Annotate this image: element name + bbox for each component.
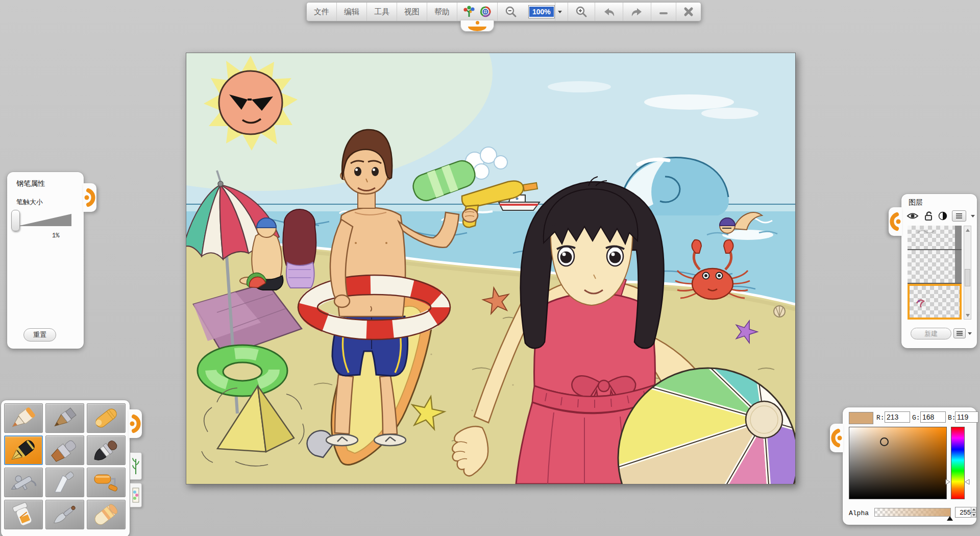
orange-crescent-icon	[890, 210, 901, 233]
layer-thumbnail-2[interactable]	[908, 250, 962, 284]
menu-help[interactable]: 帮助	[427, 3, 457, 21]
alpha-value-input[interactable]	[955, 507, 972, 518]
undo-button[interactable]	[595, 3, 623, 21]
scroll-up-button[interactable]	[964, 226, 971, 234]
zoom-out-button[interactable]	[497, 3, 524, 21]
green-swim-ring	[198, 345, 287, 396]
brush-tool-paint-roller[interactable]	[87, 468, 126, 497]
triangle-down-icon	[972, 514, 975, 516]
blue-value-input[interactable]	[955, 411, 978, 423]
brush-tool-mapping-pen[interactable]	[45, 500, 84, 529]
brush-palette-handle[interactable]	[129, 409, 142, 438]
pen-panel-title: 钢笔属性	[16, 179, 45, 188]
layer-lock-icon[interactable]	[923, 211, 934, 221]
chevron-down-icon	[558, 11, 562, 13]
menu-edit[interactable]: 编辑	[336, 3, 366, 21]
hamburger-menu-icon	[955, 213, 963, 219]
brush-tool-eraser[interactable]	[87, 500, 126, 529]
brush-size-value: 1%	[52, 232, 59, 239]
triangle-up-icon	[972, 508, 975, 510]
brush-tool-paint-jar[interactable]	[4, 500, 43, 529]
reset-button[interactable]: 重置	[23, 328, 56, 342]
beach-scene-illustration	[186, 53, 795, 484]
layer-list	[908, 226, 962, 320]
green-label: G:	[912, 414, 920, 422]
alpha-slider-marker[interactable]	[947, 516, 953, 521]
alpha-increment-button[interactable]	[971, 507, 976, 513]
green-value-input[interactable]	[920, 411, 946, 423]
zoom-level-value[interactable]: 100%	[529, 7, 554, 17]
zoom-in-icon	[575, 6, 587, 18]
brush-tool-flat-brush[interactable]	[45, 435, 84, 465]
hue-marker-left-icon[interactable]	[945, 479, 950, 485]
mascot-smile-icon	[468, 22, 486, 31]
close-icon	[683, 7, 694, 17]
alpha-slider[interactable]	[874, 508, 951, 517]
drawing-canvas[interactable]	[186, 53, 796, 484]
brush-tool-palette-knife[interactable]	[45, 468, 84, 497]
orange-crescent-icon	[831, 427, 842, 449]
mascot-icon-group	[457, 3, 497, 21]
flip-flop-right	[374, 434, 406, 446]
brush-tool-fountain-pen[interactable]	[4, 435, 43, 465]
hue-marker-right-icon[interactable]	[965, 479, 970, 485]
layers-panel-handle[interactable]	[889, 207, 902, 236]
undo-icon	[602, 6, 616, 18]
toolbar-mascot-tab[interactable]	[460, 20, 494, 32]
menu-tools[interactable]: 工具	[366, 3, 397, 21]
texture-stamp-tab[interactable]	[130, 483, 142, 507]
color-panel-handle[interactable]	[830, 424, 843, 452]
brush-tool-wood-pencil[interactable]	[45, 403, 84, 433]
chevron-up-icon	[966, 229, 970, 232]
pen-panel-handle[interactable]	[83, 183, 96, 212]
brush-tool-ink-brush[interactable]	[87, 435, 126, 465]
red-value-input[interactable]	[885, 411, 910, 423]
brush-size-slider-track[interactable]	[17, 214, 71, 226]
zoom-in-button[interactable]	[568, 3, 595, 21]
rainbow-tree-icon[interactable]	[462, 5, 476, 18]
flip-flop-left	[326, 434, 358, 446]
seashell	[774, 306, 785, 317]
saturation-value-field[interactable]	[849, 427, 947, 499]
layer-thumbnail-1[interactable]	[908, 226, 962, 250]
scroll-down-button[interactable]	[964, 311, 971, 319]
application-window: { "app": {"background": "#c3c3c3", "acce…	[0, 0, 980, 536]
redo-button[interactable]	[623, 3, 651, 21]
brush-size-slider-handle[interactable]	[11, 210, 20, 231]
scrollbar-thumb[interactable]	[965, 269, 970, 286]
brush-tool-pencil[interactable]	[4, 403, 43, 433]
color-picker-panel: R: G: B: Alpha	[843, 407, 976, 525]
alpha-decrement-button[interactable]	[971, 513, 976, 518]
zoom-level-combobox[interactable]: 100%	[528, 5, 555, 18]
menu-file[interactable]: 文件	[307, 3, 336, 21]
layer-list-scrollbar[interactable]	[964, 226, 971, 320]
brush-tool-airbrush[interactable]	[4, 468, 43, 497]
red-label: R:	[876, 414, 885, 422]
hue-slider[interactable]	[951, 427, 965, 499]
chevron-down-icon[interactable]	[971, 215, 975, 217]
alpha-spinner	[971, 507, 976, 518]
orange-crescent-icon	[130, 412, 141, 435]
color-picker-marker[interactable]	[880, 437, 889, 446]
zoom-out-icon	[505, 6, 517, 18]
layer-thumbnail-3-selected[interactable]	[908, 284, 962, 320]
layers-options-button[interactable]	[953, 328, 966, 338]
brush-tool-crayon[interactable]	[87, 403, 126, 433]
minimize-button[interactable]	[651, 3, 676, 21]
hamburger-menu-icon	[956, 331, 963, 336]
zoom-dropdown-button[interactable]	[555, 3, 565, 21]
close-button[interactable]	[676, 3, 701, 21]
new-layer-button[interactable]: 新建	[911, 328, 951, 339]
rainbow-swirl-icon[interactable]	[479, 5, 492, 18]
layers-panel: 图层	[901, 194, 977, 348]
layer-visibility-icon[interactable]	[906, 211, 919, 221]
brush-palette-panel	[1, 400, 130, 536]
current-color-swatch	[849, 412, 873, 424]
redo-icon	[630, 6, 644, 18]
foliage-brush-tab[interactable]	[130, 452, 142, 480]
menu-view[interactable]: 视图	[397, 3, 427, 21]
minimize-icon	[658, 7, 669, 17]
layer-blend-icon[interactable]	[938, 211, 947, 221]
chevron-down-icon[interactable]	[968, 332, 972, 335]
layers-menu-button[interactable]	[952, 210, 966, 222]
